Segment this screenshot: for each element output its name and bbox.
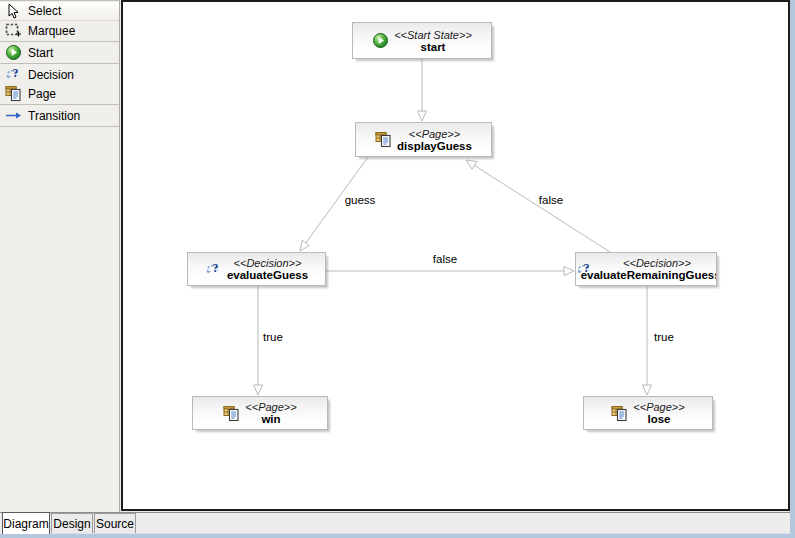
edge-label-evalRemaining-to-lose[interactable]: true [654, 331, 674, 343]
marquee-icon [5, 22, 22, 39]
arrowhead-icon [300, 240, 310, 251]
node-evaluateRemainingGuesses[interactable]: ?<<Decision>>evaluateRemainingGuesses [575, 252, 717, 286]
arrowhead-icon [418, 111, 427, 121]
edge-evaluateGuess-to-evalRemaining[interactable] [326, 267, 574, 276]
edge-evalRemaining-to-displayGuess[interactable] [466, 160, 610, 252]
arrowhead-icon [564, 267, 574, 276]
node-name: evaluateGuess [227, 269, 308, 281]
arrowhead-icon [254, 385, 263, 395]
arrowhead-icon [466, 160, 477, 169]
edge-label-evalRemaining-to-displayGuess[interactable]: false [539, 194, 563, 206]
tool-palette: SelectMarqueeStart?DecisionPageTransitio… [0, 0, 120, 512]
palette-item-select[interactable]: Select [0, 2, 119, 21]
svg-text:?: ? [212, 261, 218, 275]
palette-item-label: Marquee [28, 24, 75, 38]
node-win[interactable]: <<Page>>win [192, 396, 328, 430]
decision-icon: ? [5, 66, 22, 83]
tab-design[interactable]: Design [51, 513, 93, 533]
page-icon [611, 405, 628, 422]
palette-group: Start [0, 42, 119, 64]
palette-item-label: Page [28, 87, 56, 101]
palette-item-label: Transition [28, 109, 80, 123]
node-start[interactable]: <<Start State>>start [352, 22, 492, 59]
node-name: start [421, 41, 446, 53]
edge-label-evaluateGuess-to-evalRemaining[interactable]: false [433, 253, 457, 265]
node-evaluateGuess[interactable]: ?<<Decision>>evaluateGuess [187, 252, 326, 286]
edge-evalRemaining-to-lose[interactable] [643, 286, 652, 395]
select-icon [5, 3, 22, 20]
node-name: lose [647, 413, 670, 425]
node-displayGuess[interactable]: <<Page>>displayGuess [355, 122, 492, 157]
page-icon [375, 131, 392, 148]
transition-icon [5, 107, 22, 124]
page-icon [5, 85, 22, 102]
palette-group: SelectMarquee [0, 1, 119, 42]
flow-diagram-editor: SelectMarqueeStart?DecisionPageTransitio… [0, 0, 795, 538]
diagram-canvas[interactable]: guessfalsefalsetruetrue<<Start State>>st… [121, 0, 790, 511]
node-stereotype: <<Page>> [633, 401, 684, 413]
palette-group: Transition [0, 105, 119, 127]
node-lose[interactable]: <<Page>>lose [583, 396, 713, 430]
palette-item-page[interactable]: Page [0, 84, 119, 103]
palette-item-marquee[interactable]: Marquee [0, 21, 119, 40]
palette-item-label: Select [28, 4, 61, 18]
edge-label-displayGuess-to-evaluateGuess[interactable]: guess [345, 194, 376, 206]
node-name: win [261, 413, 280, 425]
tab-source[interactable]: Source [94, 513, 136, 533]
tab-diagram[interactable]: Diagram [2, 512, 50, 534]
edge-label-evaluateGuess-to-win[interactable]: true [263, 331, 283, 343]
start-icon [5, 44, 22, 61]
palette-item-label: Start [28, 46, 53, 60]
node-stereotype: <<Page>> [245, 401, 296, 413]
edge-start-to-displayGuess[interactable] [418, 59, 427, 121]
edge-evaluateGuess-to-win[interactable] [254, 286, 263, 395]
palette-item-label: Decision [28, 68, 74, 82]
editor-tab-strip: DiagramDesignSource [0, 512, 790, 533]
start-icon [372, 32, 389, 49]
palette-item-transition[interactable]: Transition [0, 106, 119, 125]
page-icon [223, 405, 240, 422]
window-frame-right [790, 0, 795, 538]
arrowhead-icon [643, 385, 652, 395]
node-stereotype: <<Decision>> [234, 257, 302, 269]
node-stereotype: <<Decision>> [623, 257, 691, 269]
palette-item-decision[interactable]: ?Decision [0, 65, 119, 84]
palette-group: ?DecisionPage [0, 64, 119, 105]
node-stereotype: <<Page>> [409, 128, 460, 140]
node-name: evaluateRemainingGuesses [581, 269, 717, 281]
node-name: displayGuess [397, 140, 472, 152]
window-frame-bottom [0, 533, 795, 538]
palette-item-start[interactable]: Start [0, 43, 119, 62]
decision-icon: ? [205, 261, 222, 278]
svg-text:?: ? [12, 66, 18, 80]
node-stereotype: <<Start State>> [394, 29, 472, 41]
